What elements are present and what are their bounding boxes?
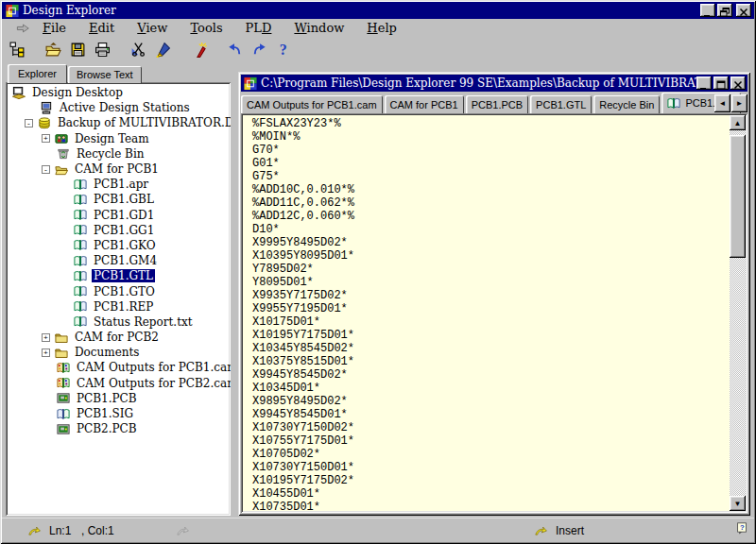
tree-item[interactable]: PCB2.PCB [6,421,231,436]
tree-item-label[interactable]: Active Design Stations [58,101,192,114]
gerber-text[interactable]: %FSLAX23Y23*% %MOIN*% G70* G01* G75* %AD… [243,115,730,511]
tree-item-label[interactable]: PCB1.GM4 [92,254,159,267]
doc-tab-recycle-bin[interactable]: Recycle Bin [593,95,660,113]
whats-this-icon[interactable]: ? [734,522,748,538]
doc-tab-cam-for-pcb1[interactable]: CAM for PCB1 [385,95,464,113]
tree-item-label[interactable]: Documents [73,346,141,359]
tree-item-label[interactable]: Design Desktop [30,86,125,99]
doc-tab-pcb1-gtl[interactable]: PCB1.GTL [530,95,592,113]
design-explorer-window: Design Explorer FileEditViewToolsPLDWind… [0,0,756,544]
tree-item[interactable]: Design Desktop [6,85,231,100]
tree-item-label[interactable]: PCB1.GTO [92,285,157,298]
explorer-panel-toggle-button[interactable] [6,39,28,60]
tree-item[interactable]: +Documents [6,345,231,360]
tree-item[interactable]: Recycle Bin [6,146,231,162]
tree-item-label[interactable]: PCB1.SIG [75,407,135,420]
menu-item-help[interactable]: Help [367,21,397,35]
menu-item-view[interactable]: View [137,21,167,35]
tree-item-label[interactable]: PCB1.GKO [92,239,158,252]
minimize-button[interactable] [700,4,715,17]
tree-item[interactable]: CAM Outputs for PCB1.cam [6,360,231,375]
expand-toggle[interactable]: - [42,165,50,174]
tree-item-label[interactable]: Design Team [73,132,151,145]
tab-explorer[interactable]: Explorer [8,64,67,83]
tree-item-label[interactable]: Status Report.txt [92,315,195,329]
undo-button[interactable] [223,39,246,60]
tree-item-label[interactable]: CAM Outputs for PCB1.cam [75,361,231,374]
team-icon [54,131,69,145]
tree-item[interactable]: Active Design Stations [6,100,231,115]
scrollbar-thumb[interactable] [730,135,746,258]
scrollbar-track[interactable] [730,258,746,496]
menu-item-edit[interactable]: Edit [89,21,114,35]
doc-minimize-button[interactable] [696,76,712,90]
tree-item[interactable]: PCB1.SIG [6,406,231,421]
tree-item[interactable]: PCB1.PCB [6,391,231,406]
tree-item-label[interactable]: Backup of MULTIVIBRATOR.DDB [56,116,231,129]
menu-item-window[interactable]: Window [294,21,344,35]
save-button[interactable] [66,39,89,60]
doc-tab-cam-outputs-for-pcb1-cam[interactable]: CAM Outputs for PCB1.cam [241,95,383,113]
tree-item-label[interactable]: PCB1.GBL [92,193,156,206]
doc-maximize-button[interactable] [713,76,729,90]
tree-item[interactable]: PCB1.apr [6,177,231,192]
scroll-down-button[interactable]: ▼ [730,496,746,511]
tab-scroll-left-button[interactable]: ◄ [714,94,730,112]
desktop-icon [11,86,26,100]
open-document-button[interactable] [42,39,64,60]
tree-item[interactable]: PCB1.REP [6,299,231,314]
tree-item[interactable]: -Backup of MULTIVIBRATOR.DDB [6,115,231,130]
tree-item-label[interactable]: PCB1.GTL [92,269,155,282]
tree-item-label[interactable]: CAM for PCB2 [73,331,161,344]
expand-toggle[interactable]: + [42,134,50,143]
tree-item-label[interactable]: PCB1.GG1 [92,224,156,237]
titlebar[interactable]: Design Explorer [2,2,754,19]
tree-item[interactable]: PCB1.GBL [6,192,231,207]
tree-item-label[interactable]: PCB1.apr [92,178,150,191]
redo-button[interactable] [248,39,270,60]
close-button[interactable] [736,4,751,17]
tree-item[interactable]: -CAM for PCB1 [6,162,231,177]
tree-item[interactable]: PCB1.GM4 [6,253,231,268]
restore-button[interactable] [717,4,732,17]
window-title: Design Explorer [23,4,700,17]
tree-item-label[interactable]: PCB1.GD1 [92,209,156,222]
tab-scroll-buttons: ◄ ► [714,94,747,112]
tree-item-label[interactable]: PCB1.REP [92,300,155,314]
menu-item-file[interactable]: File [43,21,66,35]
tab-browse-text[interactable]: Browse Text [68,66,142,83]
menu-arrow-icon[interactable] [15,22,31,35]
tree-item[interactable]: CAM Outputs for PCB2.cam [6,376,231,391]
cut-button[interactable] [127,39,149,60]
wizard-button[interactable] [187,39,210,60]
document-titlebar[interactable]: C:\Program Files\Design Explorer 99 SE\E… [241,75,747,92]
tree-item-label[interactable]: PCB2.PCB [75,422,139,435]
tree-item[interactable]: PCB1.GTO [6,283,231,298]
tree-item[interactable]: +CAM for PCB2 [6,330,231,345]
scroll-up-button[interactable]: ▲ [730,115,746,130]
doc-tab-pcb1-pcb[interactable]: PCB1.PCB [466,95,528,113]
tree-item[interactable]: PCB1.GG1 [6,223,231,238]
expand-toggle[interactable]: - [25,119,33,128]
doc-close-button[interactable] [730,76,746,90]
tree-item[interactable]: Status Report.txt [6,314,231,330]
tree-item[interactable]: PCB1.GD1 [6,208,231,223]
tree-item-label[interactable]: CAM Outputs for PCB2.cam [75,377,231,390]
expand-toggle[interactable]: + [42,333,50,342]
tree-item[interactable]: +Design Team [6,131,231,146]
vertical-scrollbar[interactable]: ▲ ▼ [730,115,746,511]
tree-item-label[interactable]: PCB1.PCB [75,392,139,405]
menu-item-tools[interactable]: Tools [190,21,222,35]
menu-item-pld[interactable]: PLD [246,21,272,35]
tree-item[interactable]: PCB1.GKO [6,238,231,253]
design-tree[interactable]: Design DesktopActive Design Stations-Bac… [6,82,231,516]
tab-scroll-right-button[interactable]: ► [731,94,747,112]
tree-item[interactable]: PCB1.GTL [6,268,231,283]
window-controls [700,4,751,17]
expand-toggle[interactable]: + [42,348,50,357]
help-button[interactable]: ? [272,39,295,60]
tree-item-label[interactable]: CAM for PCB1 [73,162,161,176]
tree-item-label[interactable]: Recycle Bin [75,147,146,161]
print-button[interactable] [91,39,113,60]
paste-button[interactable] [151,39,174,60]
